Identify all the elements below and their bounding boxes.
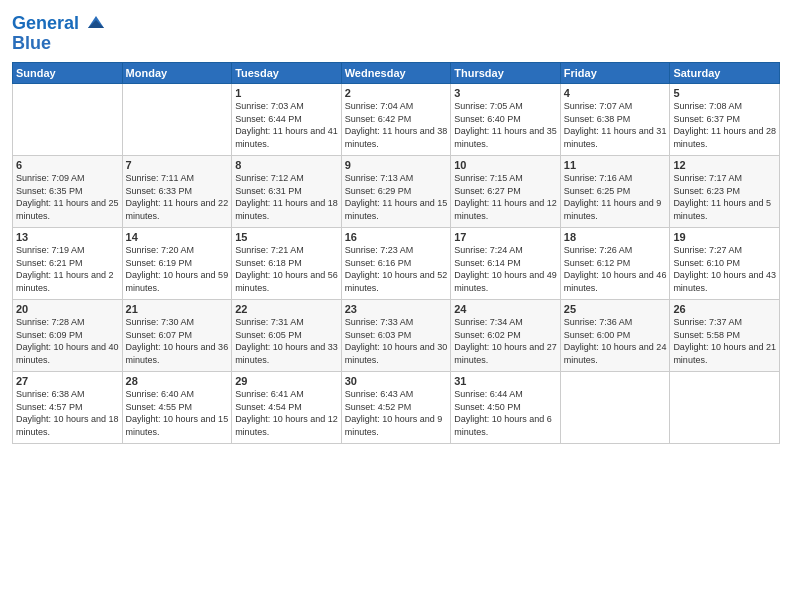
day-info: Sunrise: 7:37 AM Sunset: 5:58 PM Dayligh… [673, 316, 776, 366]
day-info: Sunrise: 6:40 AM Sunset: 4:55 PM Dayligh… [126, 388, 229, 438]
day-number: 8 [235, 159, 338, 171]
weekday-header-row: SundayMondayTuesdayWednesdayThursdayFrid… [13, 63, 780, 84]
day-cell: 3Sunrise: 7:05 AM Sunset: 6:40 PM Daylig… [451, 84, 561, 156]
day-info: Sunrise: 7:09 AM Sunset: 6:35 PM Dayligh… [16, 172, 119, 222]
week-row-2: 6Sunrise: 7:09 AM Sunset: 6:35 PM Daylig… [13, 156, 780, 228]
day-number: 31 [454, 375, 557, 387]
day-info: Sunrise: 7:27 AM Sunset: 6:10 PM Dayligh… [673, 244, 776, 294]
day-info: Sunrise: 7:28 AM Sunset: 6:09 PM Dayligh… [16, 316, 119, 366]
week-row-3: 13Sunrise: 7:19 AM Sunset: 6:21 PM Dayli… [13, 228, 780, 300]
day-info: Sunrise: 7:33 AM Sunset: 6:03 PM Dayligh… [345, 316, 448, 366]
weekday-header-friday: Friday [560, 63, 670, 84]
day-cell: 7Sunrise: 7:11 AM Sunset: 6:33 PM Daylig… [122, 156, 232, 228]
day-number: 28 [126, 375, 229, 387]
day-number: 21 [126, 303, 229, 315]
logo-text2: Blue [12, 34, 106, 54]
day-cell: 31Sunrise: 6:44 AM Sunset: 4:50 PM Dayli… [451, 372, 561, 444]
day-cell: 19Sunrise: 7:27 AM Sunset: 6:10 PM Dayli… [670, 228, 780, 300]
page-container: General Blue SundayMondayTuesdayWednesda… [0, 0, 792, 454]
day-info: Sunrise: 7:03 AM Sunset: 6:44 PM Dayligh… [235, 100, 338, 150]
day-number: 4 [564, 87, 667, 99]
week-row-1: 1Sunrise: 7:03 AM Sunset: 6:44 PM Daylig… [13, 84, 780, 156]
day-number: 7 [126, 159, 229, 171]
day-number: 19 [673, 231, 776, 243]
day-number: 1 [235, 87, 338, 99]
day-number: 27 [16, 375, 119, 387]
day-info: Sunrise: 7:05 AM Sunset: 6:40 PM Dayligh… [454, 100, 557, 150]
day-cell: 11Sunrise: 7:16 AM Sunset: 6:25 PM Dayli… [560, 156, 670, 228]
day-cell: 4Sunrise: 7:07 AM Sunset: 6:38 PM Daylig… [560, 84, 670, 156]
weekday-header-tuesday: Tuesday [232, 63, 342, 84]
day-info: Sunrise: 6:38 AM Sunset: 4:57 PM Dayligh… [16, 388, 119, 438]
day-cell: 27Sunrise: 6:38 AM Sunset: 4:57 PM Dayli… [13, 372, 123, 444]
day-cell: 1Sunrise: 7:03 AM Sunset: 6:44 PM Daylig… [232, 84, 342, 156]
day-cell: 21Sunrise: 7:30 AM Sunset: 6:07 PM Dayli… [122, 300, 232, 372]
day-cell: 17Sunrise: 7:24 AM Sunset: 6:14 PM Dayli… [451, 228, 561, 300]
day-number: 9 [345, 159, 448, 171]
day-cell [13, 84, 123, 156]
day-number: 29 [235, 375, 338, 387]
day-number: 10 [454, 159, 557, 171]
day-info: Sunrise: 7:17 AM Sunset: 6:23 PM Dayligh… [673, 172, 776, 222]
day-cell: 15Sunrise: 7:21 AM Sunset: 6:18 PM Dayli… [232, 228, 342, 300]
day-cell [122, 84, 232, 156]
weekday-header-thursday: Thursday [451, 63, 561, 84]
day-number: 17 [454, 231, 557, 243]
header: General Blue [12, 10, 780, 54]
day-info: Sunrise: 6:43 AM Sunset: 4:52 PM Dayligh… [345, 388, 448, 438]
day-info: Sunrise: 7:21 AM Sunset: 6:18 PM Dayligh… [235, 244, 338, 294]
day-info: Sunrise: 7:04 AM Sunset: 6:42 PM Dayligh… [345, 100, 448, 150]
day-cell: 5Sunrise: 7:08 AM Sunset: 6:37 PM Daylig… [670, 84, 780, 156]
day-info: Sunrise: 7:20 AM Sunset: 6:19 PM Dayligh… [126, 244, 229, 294]
day-info: Sunrise: 7:34 AM Sunset: 6:02 PM Dayligh… [454, 316, 557, 366]
day-number: 25 [564, 303, 667, 315]
day-number: 2 [345, 87, 448, 99]
day-number: 22 [235, 303, 338, 315]
day-number: 23 [345, 303, 448, 315]
day-number: 6 [16, 159, 119, 171]
day-info: Sunrise: 7:36 AM Sunset: 6:00 PM Dayligh… [564, 316, 667, 366]
day-number: 13 [16, 231, 119, 243]
day-cell: 23Sunrise: 7:33 AM Sunset: 6:03 PM Dayli… [341, 300, 451, 372]
day-cell [670, 372, 780, 444]
day-cell: 16Sunrise: 7:23 AM Sunset: 6:16 PM Dayli… [341, 228, 451, 300]
weekday-header-wednesday: Wednesday [341, 63, 451, 84]
day-cell: 2Sunrise: 7:04 AM Sunset: 6:42 PM Daylig… [341, 84, 451, 156]
day-info: Sunrise: 7:16 AM Sunset: 6:25 PM Dayligh… [564, 172, 667, 222]
day-cell: 10Sunrise: 7:15 AM Sunset: 6:27 PM Dayli… [451, 156, 561, 228]
day-info: Sunrise: 7:31 AM Sunset: 6:05 PM Dayligh… [235, 316, 338, 366]
calendar-table: SundayMondayTuesdayWednesdayThursdayFrid… [12, 62, 780, 444]
svg-marker-1 [88, 20, 104, 28]
day-cell: 14Sunrise: 7:20 AM Sunset: 6:19 PM Dayli… [122, 228, 232, 300]
day-number: 3 [454, 87, 557, 99]
day-number: 24 [454, 303, 557, 315]
weekday-header-saturday: Saturday [670, 63, 780, 84]
logo-text: General [12, 14, 106, 34]
day-info: Sunrise: 7:26 AM Sunset: 6:12 PM Dayligh… [564, 244, 667, 294]
logo: General Blue [12, 14, 106, 54]
day-info: Sunrise: 7:23 AM Sunset: 6:16 PM Dayligh… [345, 244, 448, 294]
day-info: Sunrise: 6:41 AM Sunset: 4:54 PM Dayligh… [235, 388, 338, 438]
day-cell: 9Sunrise: 7:13 AM Sunset: 6:29 PM Daylig… [341, 156, 451, 228]
day-info: Sunrise: 6:44 AM Sunset: 4:50 PM Dayligh… [454, 388, 557, 438]
day-number: 20 [16, 303, 119, 315]
day-info: Sunrise: 7:15 AM Sunset: 6:27 PM Dayligh… [454, 172, 557, 222]
day-number: 18 [564, 231, 667, 243]
week-row-5: 27Sunrise: 6:38 AM Sunset: 4:57 PM Dayli… [13, 372, 780, 444]
logo-icon [86, 14, 106, 34]
weekday-header-monday: Monday [122, 63, 232, 84]
day-cell: 30Sunrise: 6:43 AM Sunset: 4:52 PM Dayli… [341, 372, 451, 444]
day-cell: 25Sunrise: 7:36 AM Sunset: 6:00 PM Dayli… [560, 300, 670, 372]
day-number: 11 [564, 159, 667, 171]
day-info: Sunrise: 7:12 AM Sunset: 6:31 PM Dayligh… [235, 172, 338, 222]
day-number: 15 [235, 231, 338, 243]
day-cell: 29Sunrise: 6:41 AM Sunset: 4:54 PM Dayli… [232, 372, 342, 444]
day-info: Sunrise: 7:24 AM Sunset: 6:14 PM Dayligh… [454, 244, 557, 294]
day-number: 12 [673, 159, 776, 171]
week-row-4: 20Sunrise: 7:28 AM Sunset: 6:09 PM Dayli… [13, 300, 780, 372]
day-cell: 12Sunrise: 7:17 AM Sunset: 6:23 PM Dayli… [670, 156, 780, 228]
day-info: Sunrise: 7:13 AM Sunset: 6:29 PM Dayligh… [345, 172, 448, 222]
day-number: 14 [126, 231, 229, 243]
day-cell: 22Sunrise: 7:31 AM Sunset: 6:05 PM Dayli… [232, 300, 342, 372]
day-info: Sunrise: 7:07 AM Sunset: 6:38 PM Dayligh… [564, 100, 667, 150]
